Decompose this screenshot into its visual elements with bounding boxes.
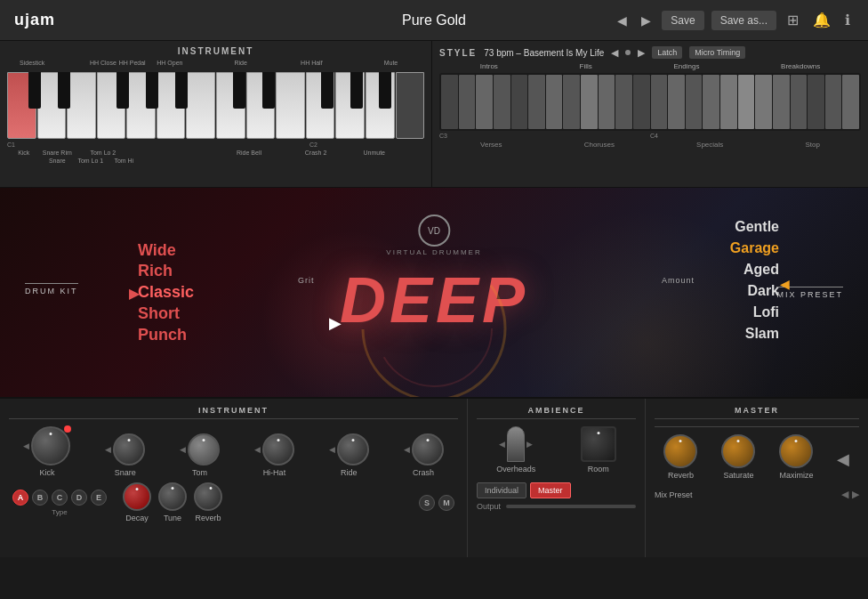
style-key-5[interactable] xyxy=(511,75,528,129)
style-dark[interactable]: Dark xyxy=(730,283,779,299)
kick-dot xyxy=(50,433,52,435)
key-c1[interactable] xyxy=(7,72,36,139)
type-btn-d[interactable]: D xyxy=(71,490,87,506)
style-prev-arrow[interactable]: ◀ xyxy=(611,47,618,59)
key-g2[interactable] xyxy=(335,72,365,139)
style-key-17[interactable] xyxy=(720,75,737,129)
style-key-21[interactable] xyxy=(791,75,808,129)
style-key-4[interactable] xyxy=(494,75,510,129)
key-e2[interactable] xyxy=(276,72,305,139)
key-c2[interactable] xyxy=(216,72,245,139)
key-d2[interactable] xyxy=(246,72,276,139)
key-a2[interactable] xyxy=(366,72,395,139)
snare-knob[interactable] xyxy=(113,433,145,465)
style-key-11[interactable] xyxy=(615,75,632,129)
style-gentle[interactable]: Gentle xyxy=(730,219,779,235)
style-key-18[interactable] xyxy=(738,75,755,129)
kit-punch[interactable]: Punch xyxy=(138,326,194,344)
grid-icon-button[interactable]: ⊞ xyxy=(784,10,802,30)
style-key-3[interactable] xyxy=(476,75,493,129)
key-b1[interactable] xyxy=(186,72,215,139)
key-f1[interactable] xyxy=(97,72,126,139)
tom-knob[interactable] xyxy=(188,433,220,465)
tom-knob-wrap: ◀ xyxy=(180,433,220,465)
style-key-15[interactable] xyxy=(686,75,703,129)
saturate-knob[interactable] xyxy=(721,434,755,468)
reverb-send-knob[interactable] xyxy=(194,482,222,511)
style-key-20[interactable] xyxy=(773,75,790,129)
key-d1[interactable] xyxy=(37,72,67,139)
label-hhhalf: HH Half xyxy=(301,60,323,66)
tune-knob[interactable] xyxy=(158,482,187,511)
section-intros: Intros xyxy=(480,62,498,70)
instrument-bottom-labels: Kick Snare Rim Tom Lo 2 Snare Tom Lo 1 T… xyxy=(7,150,424,166)
style-key-9[interactable] xyxy=(581,75,598,129)
hihat-knob[interactable] xyxy=(262,433,294,465)
micro-timing-button[interactable]: Micro Timing xyxy=(689,46,745,59)
bell-icon-button[interactable]: 🔔 xyxy=(809,10,834,30)
key-e1[interactable] xyxy=(67,72,96,139)
style-key-16[interactable] xyxy=(703,75,719,129)
style-header: STYLE 73 bpm – Basement Is My Life ◀ ▶ L… xyxy=(439,46,861,59)
kit-classic[interactable]: Classic xyxy=(138,284,194,302)
style-key-14[interactable] xyxy=(668,75,685,129)
master-button[interactable]: Master xyxy=(530,482,571,498)
reverb-send-dot xyxy=(209,486,213,490)
decay-knob[interactable] xyxy=(123,482,151,511)
ride-knob[interactable] xyxy=(337,433,369,465)
play-arrow[interactable]: ▶ xyxy=(329,313,342,333)
style-key-12[interactable] xyxy=(633,75,650,129)
mix-preset-prev-button[interactable]: ◀ xyxy=(841,489,848,500)
solo-button[interactable]: S xyxy=(419,495,435,511)
individual-button[interactable]: Individual xyxy=(477,482,526,498)
kick-knob[interactable] xyxy=(31,426,70,465)
kit-short[interactable]: Short xyxy=(138,304,194,322)
master-reverb-knob[interactable] xyxy=(663,434,697,468)
style-slam[interactable]: Slam xyxy=(730,326,779,342)
output-slider[interactable] xyxy=(506,505,636,508)
instrument-piano[interactable] xyxy=(7,72,424,139)
room-knob[interactable] xyxy=(581,426,616,462)
style-key-13[interactable] xyxy=(651,75,668,129)
kit-rich[interactable]: Rich xyxy=(138,263,194,280)
type-btn-a[interactable]: A xyxy=(12,490,28,506)
type-btn-b[interactable]: B xyxy=(32,490,48,506)
style-garage[interactable]: Garage xyxy=(730,240,779,256)
key-f2[interactable] xyxy=(306,72,335,139)
type-btn-e[interactable]: E xyxy=(91,490,107,506)
style-key-7[interactable] xyxy=(546,75,563,129)
style-next-arrow[interactable]: ▶ xyxy=(638,47,645,59)
style-piano[interactable] xyxy=(439,73,861,131)
style-key-10[interactable] xyxy=(599,75,615,129)
mix-preset-arrow[interactable]: ◀ xyxy=(780,276,790,292)
type-btn-c[interactable]: C xyxy=(52,490,68,506)
mute-button[interactable]: M xyxy=(438,495,454,511)
master-expand-button[interactable]: ◀ xyxy=(837,449,849,469)
style-key-8[interactable] xyxy=(563,75,580,129)
style-key-19[interactable] xyxy=(755,75,772,129)
style-lofi[interactable]: Lofi xyxy=(730,304,779,320)
maximize-knob[interactable] xyxy=(779,434,813,468)
save-button[interactable]: Save xyxy=(662,11,703,30)
key-b2[interactable] xyxy=(396,72,425,139)
mix-preset-next-button[interactable]: ▶ xyxy=(852,489,859,500)
style-key-23[interactable] xyxy=(825,75,842,129)
preset-next-button[interactable]: ▶ xyxy=(638,12,655,29)
crash-knob[interactable] xyxy=(412,433,444,465)
style-key-22[interactable] xyxy=(808,75,824,129)
style-key-1[interactable] xyxy=(441,75,458,129)
key-g1[interactable] xyxy=(126,72,156,139)
save-as-button[interactable]: Save as... xyxy=(711,11,776,30)
kit-wide[interactable]: Wide xyxy=(138,241,194,259)
info-icon-button[interactable]: ℹ xyxy=(841,10,854,30)
output-toggle-row: Individual Master xyxy=(477,482,636,498)
style-key-6[interactable] xyxy=(528,75,545,129)
crash-label: Crash xyxy=(413,468,434,477)
latch-button[interactable]: Latch xyxy=(652,46,682,59)
key-a1[interactable] xyxy=(157,72,186,139)
ambience-controls: AMBIENCE ◀ ▶ Overheads Roo xyxy=(468,399,646,557)
style-key-24[interactable] xyxy=(842,75,859,129)
style-aged[interactable]: Aged xyxy=(730,262,779,278)
preset-prev-button[interactable]: ◀ xyxy=(614,12,631,29)
style-key-2[interactable] xyxy=(459,75,476,129)
